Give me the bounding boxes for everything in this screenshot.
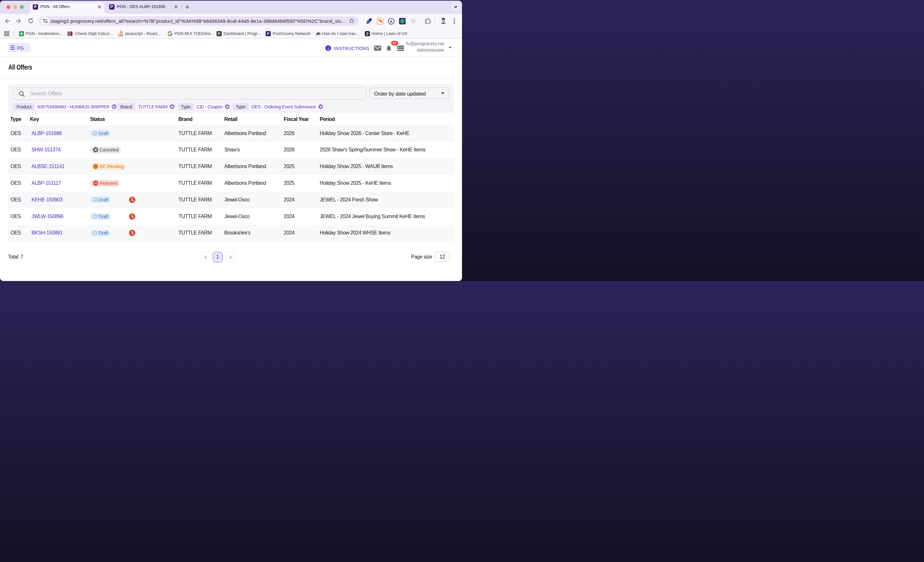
svg-text:A: A [390, 19, 392, 23]
